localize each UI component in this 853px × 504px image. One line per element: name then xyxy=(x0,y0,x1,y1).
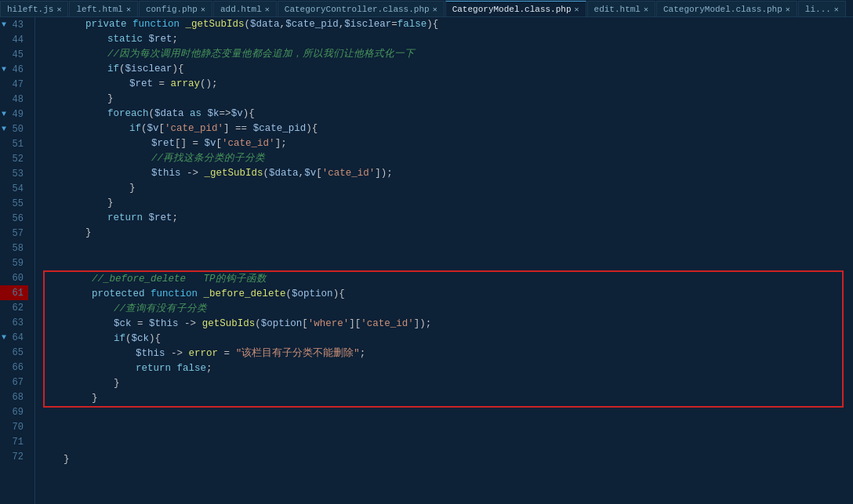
code-line-68: } xyxy=(48,391,839,406)
code-line-66: return false; xyxy=(48,361,839,376)
tab-add-html[interactable]: add.html ✕ xyxy=(213,1,277,16)
fold-icon-64[interactable]: ▼ xyxy=(2,333,6,342)
code-line-53: $this -> _getSubIds($data,$v['cate_id'])… xyxy=(42,166,853,181)
close-icon[interactable]: ✕ xyxy=(265,5,270,14)
tab-config-php[interactable]: config.php ✕ xyxy=(139,1,212,16)
line-number-45: 45 xyxy=(0,47,28,62)
close-icon[interactable]: ✕ xyxy=(575,5,579,14)
fold-icon-50[interactable]: ▼ xyxy=(2,125,6,133)
line-number-44: 44 xyxy=(0,32,28,47)
line-number-53: 53 xyxy=(0,166,28,181)
code-line-52: //再找这条分类的子分类 xyxy=(42,151,853,166)
line-number-67: 67 xyxy=(0,375,28,390)
code-line-63: $ck = $this -> getSubIds($option['where'… xyxy=(48,317,839,332)
tab-label: CategoryController.class.php xyxy=(285,5,430,14)
line-number-71: 71 xyxy=(0,434,28,449)
line-number-43: ▼ 43 xyxy=(0,17,28,32)
line-number-46: ▼ 46 xyxy=(0,62,28,77)
code-line-69 xyxy=(42,408,853,422)
tab-left-html[interactable]: left.html ✕ xyxy=(69,1,137,16)
code-line-55: } xyxy=(42,196,853,211)
line-number-54: 54 xyxy=(0,181,28,196)
line-number-61: 61 xyxy=(0,285,28,300)
line-number-55: 55 xyxy=(0,196,28,211)
close-icon[interactable]: ✕ xyxy=(201,5,205,14)
close-icon[interactable]: ✕ xyxy=(834,5,839,14)
tab-label: edit.html xyxy=(594,5,641,14)
tab-label: left.html xyxy=(76,5,122,14)
tab-label: li... xyxy=(805,5,831,14)
code-line-71 xyxy=(42,437,853,452)
tab-label: CategoryModel.class.php xyxy=(663,5,782,14)
tab-category-model-active[interactable]: CategoryModel.class.php ✕ xyxy=(445,1,586,16)
fold-icon-43[interactable]: ▼ xyxy=(2,20,6,29)
line-numbers: ▼ 43 44 45 ▼ 46 47 48 ▼ 49 ▼ 50 51 52 53… xyxy=(0,17,35,504)
code-line-48: } xyxy=(42,92,853,107)
code-line-62: //查询有没有子分类 xyxy=(48,302,839,317)
line-number-56: 56 xyxy=(0,211,28,226)
code-line-61: protected function _before_delete($optio… xyxy=(48,287,839,302)
code-line-58 xyxy=(42,241,853,256)
code-line-51: $ret[] = $v['cate_id']; xyxy=(42,136,853,151)
tab-li[interactable]: li... ✕ xyxy=(798,1,846,16)
tab-category-controller[interactable]: CategoryController.class.php ✕ xyxy=(278,1,445,16)
line-number-68: 68 xyxy=(0,390,28,404)
code-line-43: private function _getSubIds($data,$cate_… xyxy=(42,17,853,32)
tab-category-model-2[interactable]: CategoryModel.class.php ✕ xyxy=(656,1,797,16)
code-line-72: } xyxy=(42,452,853,467)
tab-label: CategoryModel.class.php xyxy=(452,5,572,14)
code-line-45: //因为每次调用时他静态变量他都会追加，所以我们让他格式化一下 xyxy=(42,47,853,62)
close-icon[interactable]: ✕ xyxy=(786,5,790,14)
line-number-65: 65 xyxy=(0,345,28,360)
line-number-59: 59 xyxy=(0,256,28,270)
editor-area: ▼ 43 44 45 ▼ 46 47 48 ▼ 49 ▼ 50 51 52 53… xyxy=(0,17,853,504)
code-line-64: if($ck){ xyxy=(48,332,839,346)
line-number-66: 66 xyxy=(0,360,28,375)
close-icon[interactable]: ✕ xyxy=(56,5,61,14)
tab-hileft-js[interactable]: hileft.js ✕ xyxy=(0,1,68,16)
line-number-50: ▼ 50 xyxy=(0,121,28,136)
code-line-50: if($v['cate_pid'] == $cate_pid){ xyxy=(42,121,853,136)
line-number-52: 52 xyxy=(0,151,28,166)
tab-label: config.php xyxy=(146,5,198,14)
line-number-72: 72 xyxy=(0,449,28,464)
line-number-58: 58 xyxy=(0,241,28,256)
tab-label: hileft.js xyxy=(7,5,53,14)
line-number-57: 57 xyxy=(0,226,28,241)
tab-label: add.html xyxy=(220,5,262,14)
line-number-47: 47 xyxy=(0,77,28,92)
line-number-49: ▼ 49 xyxy=(0,107,28,121)
close-icon[interactable]: ✕ xyxy=(126,5,131,14)
line-number-51: 51 xyxy=(0,136,28,151)
close-icon[interactable]: ✕ xyxy=(433,5,437,14)
code-line-57: } xyxy=(42,226,853,241)
code-line-54: } xyxy=(42,181,853,196)
line-number-60: 60 xyxy=(0,270,28,285)
line-number-62: 62 xyxy=(0,300,28,315)
code-line-56: return $ret; xyxy=(42,211,853,226)
code-line-67: } xyxy=(48,376,839,391)
code-content[interactable]: private function _getSubIds($data,$cate_… xyxy=(35,17,853,504)
fold-icon-46[interactable]: ▼ xyxy=(2,65,6,74)
code-line-59 xyxy=(42,256,853,270)
code-line-46: if($isclear){ xyxy=(42,62,853,77)
tab-edit-html[interactable]: edit.html ✕ xyxy=(587,1,655,16)
line-number-64: ▼ 64 xyxy=(0,330,28,345)
code-line-70 xyxy=(42,422,853,437)
code-line-65: $this -> error = "该栏目有子分类不能删除"; xyxy=(48,346,839,361)
line-number-63: 63 xyxy=(0,315,28,330)
code-line-47: $ret = array(); xyxy=(42,77,853,92)
line-number-48: 48 xyxy=(0,92,28,107)
code-line-44: static $ret; xyxy=(42,32,853,47)
fold-icon-49[interactable]: ▼ xyxy=(2,110,6,118)
close-icon[interactable]: ✕ xyxy=(644,5,648,14)
tab-bar: hileft.js ✕ left.html ✕ config.php ✕ add… xyxy=(0,0,853,17)
code-line-60: //_before_delete TP的钩子函数 xyxy=(48,272,839,287)
line-number-69: 69 xyxy=(0,404,28,419)
code-line-49: foreach($data as $k=>$v){ xyxy=(42,107,853,121)
line-number-70: 70 xyxy=(0,419,28,434)
